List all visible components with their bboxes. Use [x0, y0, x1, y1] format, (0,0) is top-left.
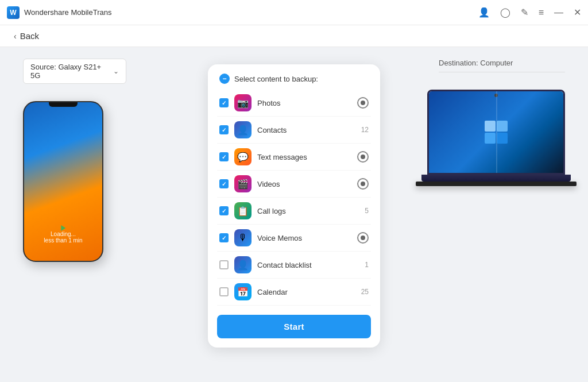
- photos-checkbox[interactable]: [219, 98, 229, 107]
- phone-illustration: Loading... less than 1 min: [23, 101, 103, 262]
- voice-record-icon: [357, 232, 369, 244]
- messages-checkbox[interactable]: [219, 152, 229, 161]
- play-icon: [61, 225, 65, 231]
- back-arrow-icon: ‹: [14, 32, 17, 41]
- list-item: 🎬 Videos: [217, 171, 371, 198]
- title-bar-left: W Wondershare MobileTrans: [7, 6, 111, 19]
- calllogs-icon: 📋: [234, 202, 252, 219]
- list-item: 📋 Call logs 5: [217, 198, 371, 225]
- phone-notch: [49, 102, 78, 107]
- contacts-badge: 12: [361, 126, 369, 134]
- menu-icon[interactable]: ≡: [539, 7, 544, 18]
- calendar-checkbox[interactable]: [219, 287, 229, 296]
- loading-text: Loading...: [44, 231, 82, 237]
- list-item: 🎙 Voice Memos: [217, 225, 371, 252]
- calendar-badge: 25: [361, 288, 369, 296]
- windows-square-3: [485, 133, 496, 144]
- blacklist-label: Contact blacklist: [257, 261, 359, 269]
- title-bar-controls: 👤 ◯ ✎ ≡ — ✕: [478, 7, 581, 18]
- videos-icon: 🎬: [234, 175, 252, 192]
- main-content: Source: Galaxy S21+ 5G ⌄ Loading... less…: [0, 47, 588, 379]
- loading-subtext: less than 1 min: [44, 237, 82, 244]
- blacklist-checkbox[interactable]: [219, 260, 229, 269]
- laptop-illustration: [427, 90, 565, 186]
- phone-container: Loading... less than 1 min: [23, 101, 103, 262]
- calendar-icon: 📅: [234, 283, 252, 300]
- app-title: Wondershare MobileTrans: [24, 8, 111, 17]
- destination-label: Destination: Computer: [439, 59, 565, 72]
- windows-square-2: [497, 121, 508, 132]
- list-item: 📅 Calendar 25: [217, 279, 371, 306]
- close-icon[interactable]: ✕: [574, 7, 581, 18]
- messages-record-icon: [357, 151, 369, 163]
- phone-volume-down-button: [23, 148, 24, 160]
- photos-label: Photos: [257, 99, 351, 107]
- calllogs-checkbox[interactable]: [219, 206, 229, 215]
- user-icon[interactable]: 👤: [478, 7, 490, 18]
- blacklist-badge: 1: [365, 261, 369, 269]
- laptop-screen: [427, 90, 565, 175]
- content-card: − Select content to backup: 📷 Photos 👤 C…: [208, 64, 380, 348]
- calendar-label: Calendar: [257, 288, 355, 296]
- left-panel: Source: Galaxy S21+ 5G ⌄ Loading... less…: [23, 59, 138, 262]
- list-item: 👤 Contacts 12: [217, 117, 371, 144]
- top-nav: ‹ Back: [0, 25, 588, 47]
- back-button[interactable]: ‹ Back: [14, 31, 574, 41]
- back-label: Back: [20, 31, 39, 41]
- edit-icon[interactable]: ✎: [521, 7, 528, 18]
- source-label: Source: Galaxy S21+ 5G: [30, 63, 113, 80]
- window-icon[interactable]: ◯: [500, 7, 510, 18]
- content-header-text: Select content to backup:: [234, 75, 318, 83]
- laptop-screen-content: [429, 91, 563, 173]
- chevron-down-icon: ⌄: [113, 67, 119, 75]
- start-button[interactable]: Start: [217, 315, 371, 338]
- list-item: 👤 Contact blacklist 1: [217, 252, 371, 279]
- calllogs-label: Call logs: [257, 207, 359, 215]
- contacts-checkbox[interactable]: [219, 125, 229, 134]
- videos-checkbox[interactable]: [219, 179, 229, 188]
- blacklist-icon: 👤: [234, 256, 252, 273]
- windows-square-1: [485, 121, 496, 132]
- right-panel: Destination: Computer: [450, 59, 565, 186]
- title-bar: W Wondershare MobileTrans 👤 ◯ ✎ ≡ — ✕: [0, 0, 588, 25]
- content-header: − Select content to backup:: [208, 64, 380, 90]
- messages-label: Text messages: [257, 153, 351, 161]
- contacts-label: Contacts: [257, 126, 355, 134]
- app-icon: W: [7, 6, 20, 19]
- minimize-icon[interactable]: —: [554, 7, 563, 18]
- source-selector[interactable]: Source: Galaxy S21+ 5G ⌄: [23, 59, 126, 84]
- laptop-bottom: [416, 182, 577, 186]
- videos-label: Videos: [257, 180, 351, 188]
- photos-icon: 📷: [234, 94, 252, 111]
- phone-loading: Loading... less than 1 min: [44, 225, 82, 244]
- select-all-toggle[interactable]: −: [219, 74, 230, 84]
- start-button-container: Start: [208, 308, 380, 348]
- phone-volume-up-button: [23, 131, 24, 142]
- voice-label: Voice Memos: [257, 234, 351, 242]
- contacts-icon: 👤: [234, 121, 252, 138]
- voice-checkbox[interactable]: [219, 233, 229, 242]
- center-panel: − Select content to backup: 📷 Photos 👤 C…: [208, 64, 380, 348]
- list-item: 💬 Text messages: [217, 144, 371, 171]
- videos-record-icon: [357, 178, 369, 190]
- windows-square-4: [497, 133, 508, 144]
- phone-side-button: [102, 137, 103, 154]
- calllogs-badge: 5: [365, 207, 369, 215]
- list-item: 📷 Photos: [217, 90, 371, 117]
- laptop-vline: [496, 91, 497, 173]
- messages-icon: 💬: [234, 148, 252, 165]
- voice-icon: 🎙: [234, 229, 252, 246]
- photos-record-icon: [357, 97, 369, 109]
- laptop-base: [421, 175, 571, 182]
- content-list: 📷 Photos 👤 Contacts 12 💬 Text messages: [208, 90, 380, 308]
